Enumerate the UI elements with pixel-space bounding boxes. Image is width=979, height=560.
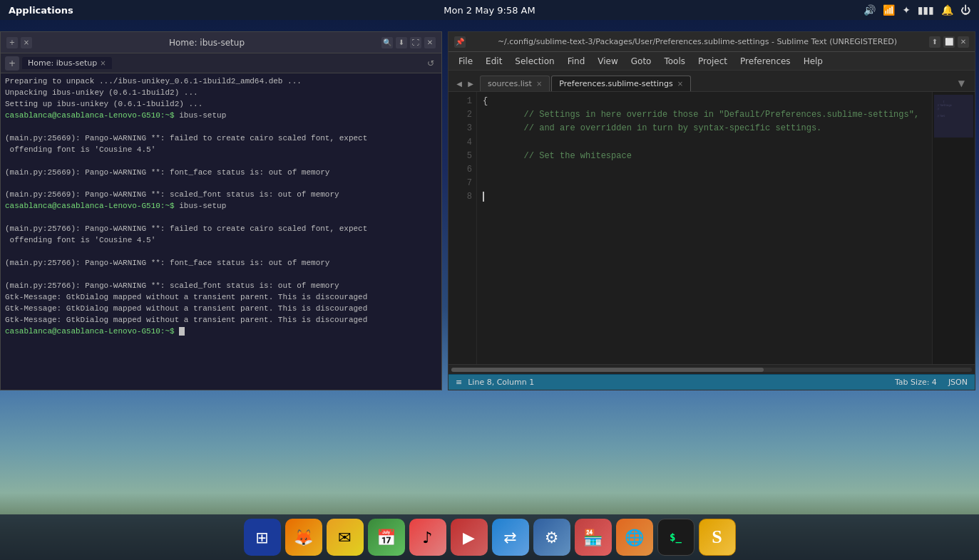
menu-view[interactable]: View [592,54,623,68]
terminal-download-button[interactable]: ⬇ [396,37,407,48]
calendar-icon[interactable]: 📅 [368,519,405,556]
status-syntax[interactable]: JSON [948,378,968,387]
term-line-10 [5,178,437,190]
terminal-title: Home: ibus-setup [35,38,379,48]
menu-find[interactable]: Find [562,54,591,68]
terminal-dock-icon[interactable]: $_ [657,519,694,556]
sublime-close-button[interactable]: ✕ [958,36,969,48]
wifi-icon[interactable]: 📶 [883,4,895,16]
sublime-title: ~/.config/sublime-text-3/Packages/User/P… [468,37,926,46]
term-line-18 [5,269,437,281]
tab-preferences-close[interactable]: × [677,80,683,88]
terminal-close-tab-button[interactable]: × [21,37,32,48]
menu-edit[interactable]: Edit [480,54,508,68]
term-line-14: (main.py:25766): Pango-WARNING **: faile… [5,224,437,235]
scrollbar-thumb[interactable] [451,368,764,372]
code-line-4 [483,136,926,150]
code-line-7 [483,177,926,190]
tab-dropdown-button[interactable]: ▼ [954,78,969,91]
tab-nav-arrows: ◀ ▶ [454,78,478,91]
media-icon[interactable]: ▶ [451,519,488,556]
term-line-7: offending font is 'Cousine 4.5' [5,145,437,156]
tab-preferences[interactable]: Preferences.sublime-settings × [551,76,691,91]
terminal-titlebar: + × Home: ibus-setup 🔍 ⬇ ⛶ ✕ [1,32,441,53]
term-line-15: offending font is 'Cousine 4.5' [5,235,437,247]
term-line-6: (main.py:25669): Pango-WARNING **: faile… [5,133,437,145]
sublime-pin-button[interactable]: 📌 [454,36,466,48]
code-line-3: // and are overridden in turn by syntax-… [483,122,926,135]
software-center-icon[interactable]: 🏪 [575,519,612,556]
tab-nav-right[interactable]: ▶ [466,78,476,88]
terminal-content[interactable]: Preparing to unpack .../ibus-unikey_0.6.… [1,73,441,390]
term-line-22: Gtk-Message: GtkDialog mapped without a … [5,315,437,326]
term-line-16 [5,247,437,258]
transfer-icon[interactable]: ⇄ [492,519,529,556]
power-icon[interactable]: ⏻ [960,4,970,16]
menu-preferences[interactable]: Preferences [734,54,796,68]
terminal-new-tab-button[interactable]: + [6,37,18,48]
code-line-8 [483,190,926,204]
sublime-window: 📌 ~/.config/sublime-text-3/Packages/User… [448,31,975,390]
terminal-tabs: + Home: ibus-setup × ↺ [1,53,441,73]
menu-file[interactable]: File [453,54,478,68]
terminal-search-button[interactable]: 🔍 [381,37,393,48]
term-line-19: (main.py:25766): Pango-WARNING **: scale… [5,281,437,292]
tab-nav-left[interactable]: ◀ [454,78,464,88]
notification-icon[interactable]: 🔔 [941,4,953,16]
term-line-5 [5,122,437,133]
term-line-4: casablanca@casablanca-Lenovo-G510:~$ ibu… [5,110,437,122]
term-line-17: (main.py:25766): Pango-WARNING **: font_… [5,258,437,269]
tab-sources-list[interactable]: sources.list × [480,76,550,91]
settings-icon[interactable]: ⚙ [533,519,570,556]
menu-goto[interactable]: Goto [625,54,657,68]
term-line-23: casablanca@casablanca-Lenovo-G510:~$ [5,326,437,338]
sublime-restore-button[interactable]: ⬆ [929,36,940,48]
term-line-21: Gtk-Message: GtkDialog mapped without a … [5,304,437,315]
bluetooth-icon[interactable]: ✦ [902,4,911,16]
sublime-editor[interactable]: 1 2 3 4 5 6 7 8 { // Settings in here ov… [449,92,975,364]
sublime-maximize-button[interactable]: ⬜ [943,36,955,48]
status-position[interactable]: Line 8, Column 1 [468,378,534,387]
email-icon[interactable]: ✉ [327,519,364,556]
volume-icon[interactable]: 🔊 [863,4,876,16]
sublime-statusbar: ≡ Line 8, Column 1 Tab Size: 4 JSON [449,374,975,390]
terminal-history-button[interactable]: ↺ [424,57,437,70]
term-line-2: Unpacking ibus-unikey (0.6.1-1build2) ..… [5,88,437,99]
status-tab-size[interactable]: Tab Size: 4 [895,378,937,387]
terminal-tab-label: Home: ibus-setup [28,58,97,68]
system-tray: 🔊 📶 ✦ ▮▮▮ 🔔 ⏻ [863,4,970,16]
browser-icon[interactable]: 🌐 [616,519,653,556]
code-line-2: // Settings in here override those in "D… [483,108,926,122]
music-icon[interactable]: ♪ [409,519,446,556]
sublime-tabs: ◀ ▶ sources.list × Preferences.sublime-s… [449,71,975,92]
menu-tools[interactable]: Tools [658,54,691,68]
editor-content[interactable]: { // Settings in here override those in … [477,92,932,364]
applications-menu[interactable]: Applications [9,5,73,16]
tab-sources-list-close[interactable]: × [536,80,542,88]
status-right: Tab Size: 4 JSON [895,378,968,387]
sublime-text-icon[interactable]: S [699,519,736,556]
scrollbar-track[interactable] [451,368,972,372]
menu-selection[interactable]: Selection [509,54,560,68]
term-line-20: Gtk-Message: GtkDialog mapped without a … [5,292,437,304]
terminal-window-close-button[interactable]: ✕ [424,37,436,48]
menu-help[interactable]: Help [798,54,829,68]
terminal-add-tab-button[interactable]: + [5,56,19,71]
firefox-icon[interactable]: 🦊 [285,519,322,556]
code-line-1: { [483,95,926,108]
horizontal-scrollbar[interactable] [449,364,975,374]
term-line-12: casablanca@casablanca-Lenovo-G510:~$ ibu… [5,201,437,212]
terminal-tab-close-button[interactable]: × [100,59,106,67]
term-line-8 [5,156,437,167]
sublime-menubar: File Edit Selection Find View Goto Tools… [449,52,975,71]
terminal-fullscreen-button[interactable]: ⛶ [410,37,421,48]
term-line-3: Setting up ibus-unikey (0.6.1-1build2) .… [5,99,437,110]
file-manager-icon[interactable]: ⊞ [244,519,281,556]
term-line-9: (main.py:25669): Pango-WARNING **: font_… [5,167,437,179]
minimap: { // Settings // // Set [932,92,975,364]
status-icon: ≡ [456,378,462,387]
terminal-tab-home[interactable]: Home: ibus-setup × [22,57,112,69]
line-numbers: 1 2 3 4 5 6 7 8 [449,92,477,364]
menu-project[interactable]: Project [692,54,733,68]
battery-icon[interactable]: ▮▮▮ [918,4,934,16]
